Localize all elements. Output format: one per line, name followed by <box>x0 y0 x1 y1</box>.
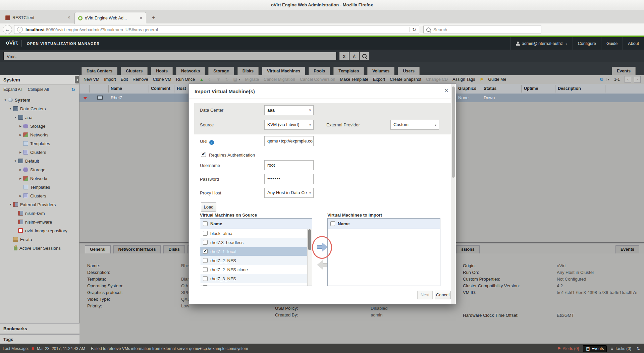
guide-link[interactable]: Guide <box>601 37 623 50</box>
console-icon[interactable]: ▤ <box>233 77 237 82</box>
run-icon[interactable]: ▲ <box>200 77 204 82</box>
tab-volumes[interactable]: Volumes <box>367 67 394 75</box>
tree-item-storage[interactable]: ▶Storage <box>0 165 79 174</box>
tags-section-header[interactable]: Tags <box>0 334 79 344</box>
expand-arrow-icon[interactable]: ▶ <box>18 168 23 171</box>
expand-all-link[interactable]: Expand All <box>3 87 22 92</box>
tab-disks[interactable]: Disks <box>237 67 259 75</box>
new-tab-button[interactable]: + <box>149 14 158 22</box>
toolbar-make-template[interactable]: Make Template <box>340 77 369 82</box>
col-description[interactable]: Description <box>558 86 581 91</box>
url-bar[interactable]: i localhost :8080/ovirt-engine/webadmin/… <box>14 25 419 34</box>
scrollbar-thumb[interactable] <box>452 86 455 178</box>
info-icon[interactable]: i <box>209 140 214 145</box>
tab-clusters[interactable]: Clusters <box>121 67 148 75</box>
requires-auth-checkbox[interactable]: ✔ <box>201 152 206 157</box>
grid-refresh-icon[interactable]: ↻ <box>599 77 603 82</box>
source-list-scrollbar[interactable] <box>307 229 312 286</box>
data-center-select[interactable]: aaa ∨ <box>264 105 314 115</box>
toolbar-create-snapshot[interactable]: Create Snapshot <box>390 77 421 82</box>
expand-arrow-icon[interactable]: ▶ <box>18 125 23 128</box>
tab-hosts[interactable]: Hosts <box>151 67 173 75</box>
collapse-arrow-icon[interactable]: ▼ <box>13 160 18 163</box>
toolbar-edit[interactable]: Edit <box>121 77 128 82</box>
col-status[interactable]: Status <box>484 86 496 91</box>
reboot-icon[interactable]: ↻ <box>225 77 228 82</box>
suspend-icon[interactable]: ☾ <box>208 77 212 82</box>
proxy-host-select[interactable]: Any Host in Data Ce ∨ <box>264 188 314 198</box>
vm-source-row[interactable]: rhel7_2_NFS-clone <box>200 265 312 274</box>
tab-virtual-machines[interactable]: Virtual Machines <box>262 67 305 75</box>
vm-checkbox[interactable]: ✔ <box>203 249 208 254</box>
col-comment[interactable]: Comment <box>151 86 170 91</box>
tree-item-system[interactable]: ▼System <box>0 96 79 104</box>
tree-item-templates[interactable]: Templates <box>0 183 79 191</box>
toolbar-clone-vm[interactable]: Clone VM <box>153 77 171 82</box>
tree-item-errata[interactable]: Errata <box>0 235 79 244</box>
search-clear-button[interactable]: x <box>339 52 349 60</box>
move-left-button[interactable] <box>317 260 328 270</box>
guide-me-icon[interactable]: ⚑ <box>480 77 484 82</box>
tree-item-ovirt-image-repository[interactable]: ovirt-image-repository <box>0 226 79 235</box>
alerts-button[interactable]: ⚑ Alerts (0) <box>557 346 579 351</box>
events-button[interactable]: ▤ Events <box>583 345 607 352</box>
subtab-events[interactable]: Events <box>615 245 639 253</box>
tree-item-clusters[interactable]: ▶Clusters <box>0 191 79 200</box>
prev-page-button[interactable]: ‹ <box>625 76 631 83</box>
tab-networks[interactable]: Networks <box>176 67 205 75</box>
about-link[interactable]: About <box>623 37 644 50</box>
subtab-disks[interactable]: Disks <box>163 245 184 253</box>
username-input[interactable]: root <box>264 160 314 170</box>
bookmarks-section-header[interactable]: Bookmarks <box>0 323 79 334</box>
expand-arrow-icon[interactable]: ▶ <box>18 151 23 154</box>
tree-item-networks[interactable]: ▶Networks <box>0 130 79 139</box>
vm-checkbox[interactable] <box>203 240 208 245</box>
browser-search-input[interactable]: Search <box>423 25 541 34</box>
next-page-button[interactable]: › <box>634 76 641 83</box>
toolbar-import[interactable]: Import <box>104 77 116 82</box>
shutdown-icon[interactable]: ▼ <box>217 77 221 82</box>
tab-users[interactable]: Users <box>398 67 420 75</box>
tasks-button[interactable]: ≡ Tasks (0) <box>611 346 631 351</box>
vm-source-row[interactable]: ✔rhel7_1_local <box>200 247 312 256</box>
search-bookmark-button[interactable]: ☆ <box>349 52 359 60</box>
tab-close-icon[interactable]: ✕ <box>67 15 70 20</box>
tree-item-aaa[interactable]: ▼aaa <box>0 113 79 122</box>
source-select[interactable]: KVM (via Libvirt) ∨ <box>264 120 314 130</box>
expand-arrow-icon[interactable]: ▶ <box>18 133 23 136</box>
search-go-button[interactable] <box>359 52 369 60</box>
vms-search-input[interactable]: Vms: <box>3 52 336 60</box>
tab-storage[interactable]: Storage <box>208 67 234 75</box>
tree-item-default[interactable]: ▼Default <box>0 157 79 165</box>
tree-item-external-providers[interactable]: ▼External Providers <box>0 200 79 209</box>
tree-item-active-user-sessions[interactable]: Active User Sessions <box>0 244 79 252</box>
collapse-arrow-icon[interactable]: ▼ <box>8 107 13 110</box>
vm-checkbox[interactable] <box>203 231 208 236</box>
tree-item-clusters[interactable]: ▶Clusters <box>0 148 79 157</box>
col-graphics[interactable]: Graphics <box>458 86 476 91</box>
back-button[interactable]: ← <box>3 25 12 34</box>
tree-item-networks[interactable]: ▶Networks <box>0 174 79 183</box>
toolbar-run-once[interactable]: Run Once <box>176 77 195 82</box>
reload-icon[interactable]: ↻ <box>409 27 419 32</box>
collapse-panel-icon[interactable]: ◂ <box>75 76 79 83</box>
uri-input[interactable]: qemu+tcp://expmple.cor <box>264 136 314 146</box>
tab-events[interactable]: Events <box>612 67 636 75</box>
collapse-arrow-icon[interactable]: ▼ <box>3 99 8 102</box>
cancel-button[interactable]: Cancel <box>435 291 451 299</box>
vm-source-row[interactable]: rhel7_3_NFS <box>200 274 312 283</box>
toolbar-guide-me[interactable]: Guide Me <box>488 77 506 82</box>
next-button[interactable]: Next <box>417 291 433 299</box>
expand-arrow-icon[interactable]: ▶ <box>18 194 23 197</box>
user-menu[interactable]: admin@internal-authz ∨ <box>511 37 573 50</box>
col-name[interactable]: Name <box>111 86 122 91</box>
toolbar-assign-tags[interactable]: Assign Tags <box>452 77 475 82</box>
browser-tab-ovirt[interactable]: oVirt Engine Web Ad... ✕ <box>74 12 146 24</box>
subtab-sessions-partial[interactable]: ssions <box>456 245 480 253</box>
target-list-name-header[interactable]: Name <box>338 221 350 226</box>
footer-expander-icon[interactable]: ⇅ <box>635 346 641 351</box>
toolbar-export[interactable]: Export <box>373 77 385 82</box>
vm-source-row[interactable]: block_alma <box>200 229 312 238</box>
tab-close-icon[interactable]: ✕ <box>140 16 143 20</box>
source-list-name-header[interactable]: Name <box>210 221 222 226</box>
